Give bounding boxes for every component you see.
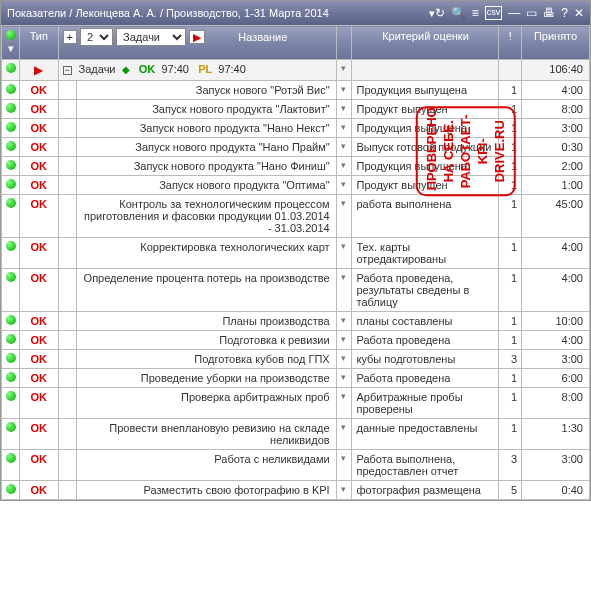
table-row[interactable]: OKОпределение процента потерь на произво…: [2, 269, 590, 312]
row-status: OK: [31, 334, 48, 346]
row-accepted: 3:00: [522, 350, 590, 369]
row-criteria: фотография размещена: [352, 481, 499, 500]
table-row[interactable]: OKПроведение уборки на производстве▾Рабо…: [2, 369, 590, 388]
col-accepted[interactable]: Принято: [522, 26, 590, 60]
list-icon[interactable]: ≡: [472, 6, 479, 20]
dropdown-icon[interactable]: ▾: [336, 369, 352, 388]
search-icon[interactable]: 🔍: [451, 6, 466, 20]
status-dot-icon: [6, 63, 16, 73]
table-row[interactable]: OKПодготовка к ревизии▾Работа проведена1…: [2, 331, 590, 350]
row-status: OK: [31, 484, 48, 496]
row-status: OK: [31, 179, 48, 191]
row-excl: 1: [499, 176, 522, 195]
row-criteria: Арбитражные пробы проверены: [352, 388, 499, 419]
play-icon[interactable]: ▶: [34, 63, 43, 77]
dropdown-icon[interactable]: ▾: [336, 450, 352, 481]
dropdown-icon[interactable]: ▾: [336, 81, 352, 100]
col-excl[interactable]: !: [499, 26, 522, 60]
row-criteria: Продукт выпущен: [352, 100, 499, 119]
summary-pl-time: 97:40: [218, 63, 246, 75]
table-row[interactable]: OKПроверка арбитражных проб▾Арбитражные …: [2, 388, 590, 419]
row-accepted: 6:00: [522, 369, 590, 388]
dropdown-icon[interactable]: ▾: [336, 119, 352, 138]
dropdown-icon[interactable]: ▾: [336, 195, 352, 238]
table-row[interactable]: OKЗапуск нового продукта "Нано Финиш"▾Пр…: [2, 157, 590, 176]
row-name: Определение процента потерь на производс…: [76, 269, 336, 312]
dropdown-icon[interactable]: ▾: [336, 388, 352, 419]
row-excl: 1: [499, 238, 522, 269]
status-dot-icon: [6, 353, 16, 363]
row-accepted: 45:00: [522, 195, 590, 238]
row-status: OK: [31, 272, 48, 284]
table-row[interactable]: OKЗапуск нового продукта "Нано Прайм"▾Вы…: [2, 138, 590, 157]
status-dot-icon: [6, 315, 16, 325]
table-row[interactable]: OKЗапуск нового продукта "Нано Некст"▾Пр…: [2, 119, 590, 138]
minimize-icon[interactable]: —: [508, 6, 520, 20]
table-row[interactable]: OKПланы производства▾планы составлены110…: [2, 312, 590, 331]
help-icon[interactable]: ?: [561, 6, 568, 20]
dropdown-icon[interactable]: ▾: [336, 481, 352, 500]
table-row[interactable]: OKРабота с неликвидами▾Работа выполнена,…: [2, 450, 590, 481]
col-type[interactable]: Тип: [20, 26, 58, 60]
table-row[interactable]: OKКорректировка технологических карт▾Тех…: [2, 238, 590, 269]
tasks-select[interactable]: Задачи: [116, 28, 186, 46]
status-dot-icon: [6, 422, 16, 432]
row-excl: 1: [499, 138, 522, 157]
table-row[interactable]: OKЗапуск нового продукта "Оптима"▾Продук…: [2, 176, 590, 195]
csv-icon[interactable]: csv: [485, 6, 503, 20]
row-accepted: 10:00: [522, 312, 590, 331]
row-name: Провести внеплановую ревизию на складе н…: [76, 419, 336, 450]
add-button[interactable]: +: [63, 30, 77, 44]
table-row[interactable]: OKЗапуск нового "Ротэй Вис"▾Продукция вы…: [2, 81, 590, 100]
table-row[interactable]: OKКонтроль за технологическим процессом …: [2, 195, 590, 238]
status-dot-icon: [6, 179, 16, 189]
print-icon[interactable]: 🖶: [543, 6, 555, 20]
row-status: OK: [31, 241, 48, 253]
row-excl: 1: [499, 269, 522, 312]
dropdown-icon[interactable]: ▾: [336, 238, 352, 269]
collapse-icon[interactable]: −: [63, 66, 72, 75]
refresh-icon[interactable]: ↻: [435, 6, 445, 20]
go-button[interactable]: ▶: [189, 30, 205, 44]
row-status: OK: [31, 372, 48, 384]
row-criteria: Работа проведена, результаты сведены в т…: [352, 269, 499, 312]
row-criteria: Продукт выпущен: [352, 176, 499, 195]
table-row[interactable]: OKЗапуск нового продукта "Лактовит"▾Прод…: [2, 100, 590, 119]
col-status[interactable]: ▾: [2, 26, 20, 60]
table-row[interactable]: OKПровести внеплановую ревизию на складе…: [2, 419, 590, 450]
row-accepted: 8:00: [522, 388, 590, 419]
dropdown-icon[interactable]: ▾: [336, 312, 352, 331]
col-name[interactable]: Название: [238, 31, 287, 43]
row-status: OK: [31, 141, 48, 153]
dropdown-icon[interactable]: ▾: [336, 269, 352, 312]
col-criteria[interactable]: Критерий оценки: [352, 26, 499, 60]
num-select[interactable]: 2: [80, 28, 113, 46]
dropdown-icon[interactable]: ▾: [336, 350, 352, 369]
dropdown-icon[interactable]: ▾: [336, 100, 352, 119]
row-status: OK: [31, 453, 48, 465]
dropdown-icon[interactable]: ▾: [336, 331, 352, 350]
table-row[interactable]: OKРазместить свою фотографию в KPI▾фотог…: [2, 481, 590, 500]
row-name: Запуск нового продукта "Оптима": [76, 176, 336, 195]
summary-ok-label: OK: [139, 63, 156, 75]
diamond-icon: ◆: [122, 64, 130, 75]
dropdown-icon[interactable]: ▾: [336, 157, 352, 176]
data-table: ▾ Тип + 2 Задачи ▶ Название Критерий оце…: [1, 25, 590, 500]
dropdown-icon[interactable]: ▾: [336, 176, 352, 195]
row-accepted: 8:00: [522, 100, 590, 119]
row-criteria: планы составлены: [352, 312, 499, 331]
col-controls: + 2 Задачи ▶ Название: [58, 26, 336, 60]
dropdown-icon[interactable]: ▾: [336, 138, 352, 157]
table-row[interactable]: OKПодготовка кубов под ГПХ▾кубы подготов…: [2, 350, 590, 369]
dropdown-icon[interactable]: ▾: [336, 60, 352, 81]
restore-icon[interactable]: ▭: [526, 6, 537, 20]
row-accepted: 0:40: [522, 481, 590, 500]
row-name: Проведение уборки на производстве: [76, 369, 336, 388]
row-excl: 1: [499, 419, 522, 450]
row-accepted: 2:00: [522, 157, 590, 176]
close-icon[interactable]: ✕: [574, 6, 584, 20]
row-excl: 1: [499, 369, 522, 388]
summary-pl-label: PL: [198, 63, 212, 75]
row-excl: 1: [499, 157, 522, 176]
dropdown-icon[interactable]: ▾: [336, 419, 352, 450]
